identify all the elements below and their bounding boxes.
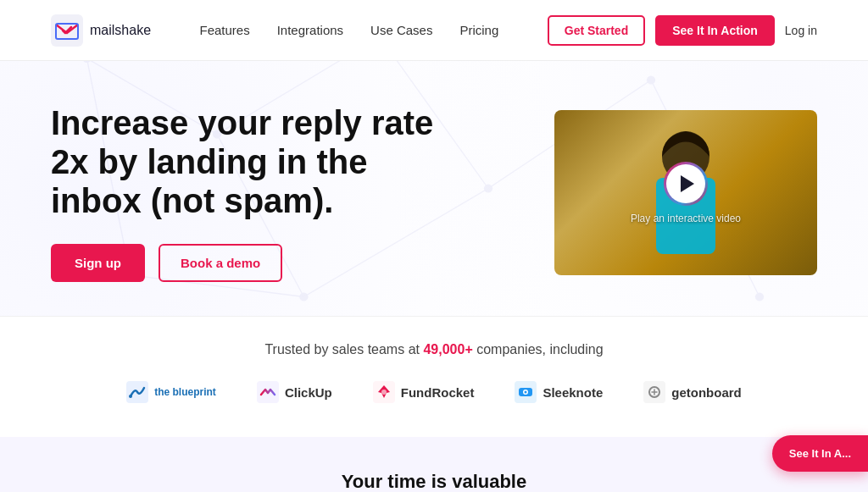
logo-link[interactable]: mailshake bbox=[51, 14, 151, 47]
logo-text: mailshake bbox=[90, 23, 151, 38]
nav-link-use-cases[interactable]: Use Cases bbox=[370, 23, 432, 37]
hero-buttons: Sign up Book a demo bbox=[51, 244, 441, 282]
clickup-name: ClickUp bbox=[285, 385, 332, 400]
trusted-section: Trusted by sales teams at 49,000+ compan… bbox=[0, 316, 868, 437]
fundrocket-name: FundRocket bbox=[401, 385, 475, 400]
video-thumbnail[interactable]: Play an interactive video bbox=[554, 110, 817, 275]
play-icon bbox=[681, 175, 694, 192]
hero-right: Play an interactive video bbox=[554, 110, 817, 275]
logo-blueprint: the blueprint bbox=[126, 381, 216, 403]
floating-cta-button[interactable]: See It In A... bbox=[772, 435, 868, 472]
blueprint-icon bbox=[126, 381, 148, 403]
promo-title: Your time is valuable bbox=[51, 471, 817, 492]
svg-point-30 bbox=[525, 391, 527, 394]
trusted-suffix: companies, including bbox=[473, 342, 604, 357]
play-button[interactable] bbox=[664, 162, 708, 206]
sleeknote-icon bbox=[515, 381, 537, 403]
nav-links: Features Integrations Use Cases Pricing bbox=[199, 23, 498, 38]
company-logos-row: the blueprint ClickUp FundRocket bbox=[51, 381, 817, 403]
getonboard-icon bbox=[643, 381, 665, 403]
mailshake-logo-icon bbox=[51, 14, 83, 47]
logo-sleeknote: Sleeknote bbox=[515, 381, 603, 403]
hero-left: Increase your reply rate 2x by landing i… bbox=[51, 103, 441, 282]
hero-title: Increase your reply rate 2x by landing i… bbox=[51, 103, 441, 220]
svg-point-8 bbox=[647, 75, 655, 84]
signup-button[interactable]: Sign up bbox=[51, 244, 145, 282]
get-started-button[interactable]: Get Started bbox=[548, 15, 645, 46]
login-button[interactable]: Log in bbox=[785, 24, 817, 37]
svg-point-2 bbox=[82, 61, 91, 63]
svg-point-7 bbox=[484, 184, 492, 192]
fundrocket-icon bbox=[373, 381, 395, 403]
svg-point-6 bbox=[299, 292, 308, 301]
video-caption: Play an interactive video bbox=[631, 213, 741, 224]
svg-point-9 bbox=[755, 292, 764, 301]
svg-point-26 bbox=[381, 390, 387, 395]
sleeknote-name: Sleeknote bbox=[542, 385, 603, 400]
promo-section: Your time is valuable Our one-on-one dem… bbox=[0, 437, 868, 492]
hero-section: Increase your reply rate 2x by landing i… bbox=[0, 61, 868, 316]
video-overlay: Play an interactive video bbox=[554, 110, 817, 275]
nav-actions: Get Started See It In Action Log in bbox=[548, 15, 817, 46]
logo-getonboard: getonboard bbox=[643, 381, 742, 403]
trusted-text: Trusted by sales teams at 49,000+ compan… bbox=[51, 342, 817, 357]
svg-point-23 bbox=[129, 395, 132, 398]
trusted-prefix: Trusted by sales teams at bbox=[264, 342, 423, 357]
nav-link-integrations[interactable]: Integrations bbox=[277, 23, 343, 37]
nav-link-pricing[interactable]: Pricing bbox=[459, 23, 498, 37]
navbar: mailshake Features Integrations Use Case… bbox=[0, 0, 868, 61]
book-demo-button[interactable]: Book a demo bbox=[159, 244, 282, 282]
nav-link-features[interactable]: Features bbox=[199, 23, 249, 37]
logo-clickup: ClickUp bbox=[257, 381, 332, 403]
getonboard-name: getonboard bbox=[671, 385, 742, 400]
see-it-in-action-button[interactable]: See It In Action bbox=[655, 15, 775, 46]
logo-fundrocket: FundRocket bbox=[373, 381, 475, 403]
blueprint-name: the blueprint bbox=[154, 386, 216, 398]
trusted-count: 49,000+ bbox=[423, 342, 472, 357]
clickup-icon bbox=[257, 381, 279, 403]
